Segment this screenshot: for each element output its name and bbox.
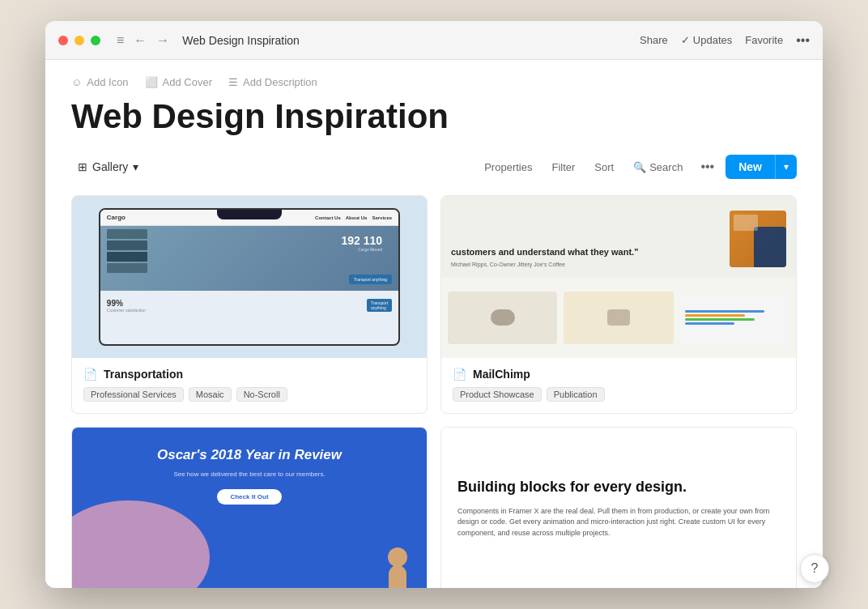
page-icon: 📄: [83, 368, 97, 381]
new-button-group: New ▾: [725, 155, 797, 179]
properties-button[interactable]: Properties: [478, 157, 538, 177]
gallery-grid: Cargo Contact Us About Us Services: [71, 195, 797, 588]
hero-number: 192 110: [342, 234, 383, 247]
mailchimp-title: 📄 MailChimp: [453, 368, 785, 381]
mailchimp-card[interactable]: customers and understand what they want.…: [440, 195, 797, 414]
tag-publication: Publication: [547, 387, 605, 402]
transportation-image: Cargo Contact Us About Us Services: [72, 196, 427, 358]
mailchimp-page-icon: 📄: [453, 368, 466, 381]
gallery-view-button[interactable]: ⊞ Gallery ▾: [71, 155, 145, 178]
add-icon-button[interactable]: ☺ Add Icon: [71, 76, 129, 88]
content-area: ☺ Add Icon ⬜ Add Cover ☰ Add Description…: [45, 60, 823, 588]
toolbar-more-button[interactable]: •••: [696, 156, 719, 177]
minimize-button[interactable]: [74, 36, 84, 45]
titlebar: ≡ ← → Web Design Inspiration Share ✓ Upd…: [45, 21, 823, 60]
add-cover-button[interactable]: ⬜ Add Cover: [145, 76, 212, 88]
tag-professional-services: Professional Services: [83, 387, 184, 402]
mailchimp-thumb3: [680, 292, 789, 344]
mailchimp-body: 📄 MailChimp Product Showcase Publication: [441, 358, 796, 413]
window-title: Web Design Inspiration: [182, 34, 640, 47]
back-button[interactable]: ←: [130, 30, 150, 51]
new-dropdown-button[interactable]: ▾: [775, 155, 797, 179]
tag-mosaic: Mosaic: [189, 387, 232, 402]
tag-product-showcase: Product Showcase: [453, 387, 542, 402]
oscar-image: Oscar's 2018 Year in Review See how we d…: [72, 428, 427, 588]
oscar-subtitle: See how we delivered the best care to ou…: [173, 471, 325, 478]
transportation-card[interactable]: Cargo Contact Us About Us Services: [71, 195, 428, 414]
traffic-lights: [58, 36, 100, 45]
favorite-button[interactable]: Favorite: [745, 34, 783, 46]
more-button[interactable]: •••: [796, 33, 810, 48]
framer-body-text: Components in Framer X are the real deal…: [457, 506, 780, 539]
search-icon: 🔍: [633, 161, 646, 173]
meta-row: ☺ Add Icon ⬜ Add Cover ☰ Add Description: [71, 76, 797, 88]
framer-heading: Building blocks for every design.: [457, 479, 780, 496]
sort-button[interactable]: Sort: [588, 157, 620, 177]
mailchimp-attribution: Michael Ripps, Co-Owner Jittery Joe's Co…: [451, 262, 720, 267]
maximize-button[interactable]: [91, 36, 100, 45]
framer-image: Building blocks for every design. Compon…: [441, 428, 796, 588]
add-description-button[interactable]: ☰ Add Description: [228, 76, 317, 88]
menu-icon[interactable]: ≡: [113, 30, 127, 51]
mailchimp-quote: customers and understand what they want.…: [451, 246, 720, 258]
transportation-title: 📄 Transportation: [83, 368, 415, 381]
hero-sub: Cargo Moved: [342, 247, 383, 252]
transport-stat: 99%: [107, 299, 146, 308]
updates-button[interactable]: ✓ Updates: [681, 34, 732, 46]
mailchimp-tags: Product Showcase Publication: [453, 387, 785, 402]
caret-down-icon: ▾: [133, 160, 138, 173]
mailchimp-thumb2: [564, 292, 673, 344]
filter-button[interactable]: Filter: [545, 157, 581, 177]
transportation-tags: Professional Services Mosaic No-Scroll: [83, 387, 415, 402]
smiley-icon: ☺: [71, 76, 82, 88]
page-title: Web Design Inspiration: [71, 98, 797, 135]
search-button[interactable]: 🔍 Search: [627, 157, 689, 177]
tag-no-scroll: No-Scroll: [236, 387, 287, 402]
grid-icon: ⊞: [78, 160, 87, 173]
transport-cta: Transport anything: [349, 275, 393, 284]
check-icon: ✓: [681, 34, 690, 46]
image-icon: ⬜: [145, 76, 158, 88]
oscar-cta: Check It Out: [217, 489, 281, 505]
mailchimp-image: customers and understand what they want.…: [441, 196, 796, 358]
oscar-title: Oscar's 2018 Year in Review: [157, 447, 342, 463]
framer-card[interactable]: Building blocks for every design. Compon…: [440, 427, 797, 588]
share-button[interactable]: Share: [640, 34, 668, 46]
mailchimp-thumb1: [448, 292, 557, 344]
help-button[interactable]: ?: [800, 554, 829, 583]
forward-button[interactable]: →: [153, 30, 172, 51]
titlebar-actions: Share ✓ Updates Favorite •••: [640, 33, 810, 48]
new-button[interactable]: New: [725, 155, 775, 179]
toolbar: ⊞ Gallery ▾ Properties Filter Sort 🔍 Sea…: [71, 155, 797, 179]
text-icon: ☰: [228, 76, 238, 88]
transport-stat-label: Customer satisfaction: [107, 308, 146, 313]
oscar-card[interactable]: Oscar's 2018 Year in Review See how we d…: [71, 427, 428, 588]
mailchimp-quote-image: [730, 211, 786, 267]
close-button[interactable]: [58, 36, 68, 45]
transportation-body: 📄 Transportation Professional Services M…: [72, 358, 427, 413]
